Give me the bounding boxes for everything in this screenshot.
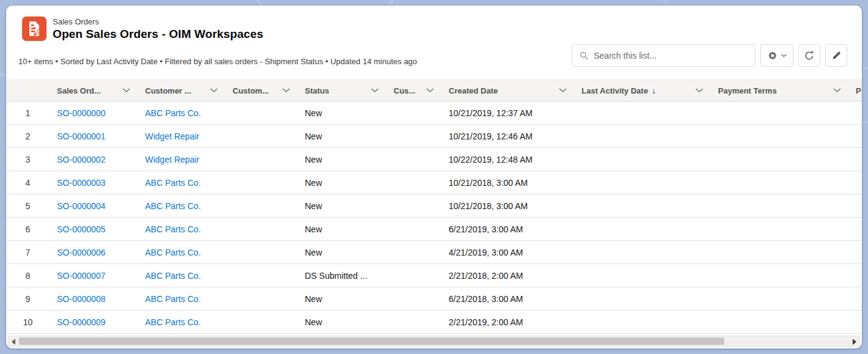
customer-link[interactable]: ABC Parts Co. [145, 178, 201, 188]
sales-order-link[interactable]: SO-0000009 [57, 317, 105, 327]
column-header-clipped[interactable]: P [848, 80, 862, 101]
clipped-cell [848, 125, 862, 148]
sales-order-link[interactable]: SO-0000000 [57, 108, 105, 118]
payment-terms-cell [711, 171, 848, 194]
customer-link[interactable]: ABC Parts Co. [145, 201, 201, 211]
table-row: 1 SO-0000000 ABC Parts Co. New 10/21/201… [6, 101, 862, 125]
clipped-cell [848, 194, 862, 218]
column-header-payment-terms[interactable]: Payment Terms [711, 80, 848, 101]
sales-order-cell: SO-0000002 [50, 148, 138, 171]
column-label: P [856, 86, 861, 95]
custom-cell [225, 218, 297, 241]
sales-order-link[interactable]: SO-0000004 [57, 201, 105, 211]
clipped-cell [848, 101, 862, 125]
search-input[interactable] [594, 51, 747, 61]
customer-cell: Widget Repair [138, 148, 225, 171]
chevron-down-icon[interactable] [695, 88, 703, 93]
column-header-created-date[interactable]: Created Date [441, 80, 574, 101]
last-activity-cell [574, 101, 711, 125]
chevron-down-icon[interactable] [210, 88, 218, 93]
customer-link[interactable]: Widget Repair [145, 155, 200, 164]
sales-order-link[interactable]: SO-0000003 [57, 178, 105, 188]
row-number: 2 [6, 125, 50, 148]
column-header-customer[interactable]: Customer ... [138, 80, 225, 101]
customer-link[interactable]: ABC Parts Co. [145, 248, 201, 257]
scroll-right-arrow-icon[interactable] [850, 338, 858, 345]
sales-order-link[interactable]: SO-0000007 [57, 271, 105, 281]
column-label: Custom... [233, 86, 269, 95]
customer-link[interactable]: ABC Parts Co. [145, 294, 201, 304]
status-cell: New [297, 125, 386, 148]
table-header-row: Sales Ord... Customer ... Custom... Stat… [6, 80, 862, 101]
sales-order-link[interactable]: SO-0000001 [57, 131, 105, 141]
last-activity-cell [574, 171, 711, 194]
created-date-cell: 6/21/2018, 3:00 AM [441, 287, 574, 311]
row-number: 3 [6, 148, 50, 171]
row-number: 5 [6, 194, 50, 218]
scroll-left-arrow-icon[interactable] [10, 338, 18, 345]
search-icon [580, 51, 588, 60]
sales-order-cell: SO-0000008 [50, 287, 138, 311]
column-header-last-activity-date[interactable]: Last Activity Date↓ [574, 80, 711, 101]
payment-terms-cell [711, 241, 848, 264]
status-cell: DS Submitted ... [297, 264, 386, 287]
customer-link[interactable]: Widget Repair [145, 131, 200, 141]
created-date-cell: 10/21/2019, 12:46 AM [441, 125, 574, 148]
custom-cell [225, 148, 297, 171]
custom-cell [225, 264, 297, 287]
row-number: 8 [6, 264, 50, 287]
created-date-cell: 4/21/2019, 3:00 AM [441, 241, 574, 264]
sales-order-link[interactable]: SO-0000008 [57, 294, 105, 304]
chevron-down-icon [781, 54, 787, 57]
column-header-cus[interactable]: Cus... [386, 80, 441, 101]
horizontal-scrollbar[interactable] [8, 336, 860, 347]
cus-cell [386, 311, 441, 334]
sales-order-cell: SO-0000006 [50, 241, 138, 264]
payment-terms-cell [711, 148, 848, 171]
last-activity-cell [574, 125, 711, 148]
column-label: Sales Ord... [57, 86, 101, 95]
sales-order-link[interactable]: SO-0000005 [57, 224, 105, 234]
cus-cell [386, 287, 441, 311]
list-view-header: Sales Orders Open Sales Orders - OIM Wor… [6, 6, 862, 79]
customer-link[interactable]: ABC Parts Co. [145, 317, 201, 327]
status-cell: New [297, 287, 386, 311]
payment-terms-cell [711, 287, 848, 311]
sales-order-cell: SO-0000003 [50, 171, 138, 194]
clipped-cell [848, 218, 862, 241]
sales-order-cell: SO-0000005 [50, 218, 138, 241]
created-date-cell: 10/21/2018, 3:00 AM [441, 171, 574, 194]
scrollbar-thumb[interactable] [19, 337, 724, 345]
row-number: 6 [6, 218, 50, 241]
column-label: Status [305, 86, 329, 95]
column-label: Created Date [449, 86, 498, 95]
column-label: Last Activity Date [582, 86, 648, 95]
sales-order-link[interactable]: SO-0000006 [57, 248, 105, 257]
payment-terms-cell [711, 125, 848, 148]
row-number-column-header [6, 80, 50, 101]
row-number: 4 [6, 171, 50, 194]
clipped-cell [848, 241, 862, 264]
customer-link[interactable]: ABC Parts Co. [145, 224, 201, 234]
refresh-button[interactable] [798, 44, 820, 67]
customer-cell: ABC Parts Co. [138, 194, 225, 218]
chevron-down-icon[interactable] [282, 88, 290, 93]
edit-button[interactable] [825, 44, 847, 67]
created-date-cell: 10/21/2018, 3:00 AM [441, 194, 574, 218]
list-view-controls-button[interactable] [760, 44, 793, 67]
last-activity-cell [574, 311, 711, 334]
column-header-sales-order[interactable]: Sales Ord... [50, 80, 138, 101]
chevron-down-icon[interactable] [371, 88, 379, 93]
chevron-down-icon[interactable] [122, 88, 130, 93]
chevron-down-icon[interactable] [833, 88, 841, 93]
customer-link[interactable]: ABC Parts Co. [145, 108, 201, 118]
chevron-down-icon[interactable] [426, 88, 434, 93]
customer-link[interactable]: ABC Parts Co. [145, 271, 201, 281]
customer-cell: Widget Repair [138, 125, 225, 148]
object-label: Sales Orders [53, 17, 99, 26]
chevron-down-icon[interactable] [559, 88, 567, 93]
custom-cell [225, 125, 297, 148]
column-header-status[interactable]: Status [297, 80, 386, 101]
sales-order-link[interactable]: SO-0000002 [57, 155, 105, 164]
column-header-custom[interactable]: Custom... [225, 80, 297, 101]
